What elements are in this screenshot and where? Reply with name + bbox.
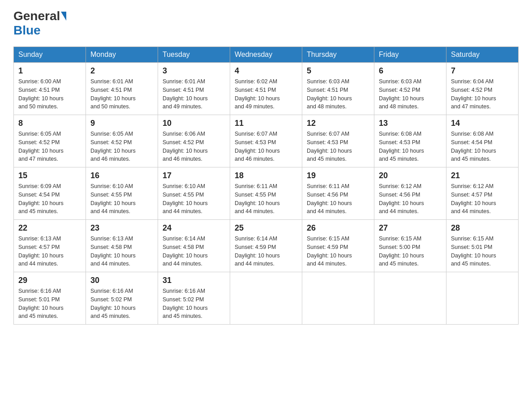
day-number: 9	[90, 119, 153, 128]
day-number: 11	[235, 119, 297, 128]
calendar-day-cell: 10 Sunrise: 6:06 AMSunset: 4:52 PMDaylig…	[158, 115, 230, 167]
day-number: 7	[451, 66, 514, 76]
calendar-day-cell: 20 Sunrise: 6:12 AMSunset: 4:56 PMDaylig…	[374, 167, 446, 220]
calendar-day-cell: 14 Sunrise: 6:08 AMSunset: 4:54 PMDaylig…	[446, 115, 519, 167]
calendar-week-row: 29 Sunrise: 6:16 AMSunset: 5:01 PMDaylig…	[14, 272, 519, 325]
calendar-day-cell: 15 Sunrise: 6:09 AMSunset: 4:54 PMDaylig…	[14, 167, 86, 220]
calendar-day-cell: 27 Sunrise: 6:15 AMSunset: 5:00 PMDaylig…	[374, 220, 446, 272]
day-number: 25	[235, 223, 297, 233]
calendar-week-row: 22 Sunrise: 6:13 AMSunset: 4:57 PMDaylig…	[14, 220, 519, 272]
day-number: 14	[451, 119, 514, 128]
day-info: Sunrise: 6:16 AMSunset: 5:02 PMDaylight:…	[163, 287, 225, 321]
day-info: Sunrise: 6:06 AMSunset: 4:52 PMDaylight:…	[163, 130, 225, 163]
calendar-day-cell: 12 Sunrise: 6:07 AMSunset: 4:53 PMDaylig…	[302, 115, 374, 167]
calendar-table: SundayMondayTuesdayWednesdayThursdayFrid…	[13, 47, 519, 325]
day-number: 12	[307, 119, 369, 128]
day-number: 13	[379, 119, 442, 128]
day-info: Sunrise: 6:14 AMSunset: 4:58 PMDaylight:…	[163, 235, 225, 268]
day-number: 5	[307, 66, 369, 76]
day-info: Sunrise: 6:07 AMSunset: 4:53 PMDaylight:…	[235, 130, 297, 163]
day-info: Sunrise: 6:01 AMSunset: 4:51 PMDaylight:…	[163, 77, 225, 111]
logo: General Blue	[13, 9, 67, 38]
weekday-header-monday: Monday	[86, 47, 158, 63]
day-info: Sunrise: 6:07 AMSunset: 4:53 PMDaylight:…	[307, 130, 369, 163]
day-info: Sunrise: 6:13 AMSunset: 4:58 PMDaylight:…	[90, 235, 153, 268]
day-info: Sunrise: 6:05 AMSunset: 4:52 PMDaylight:…	[18, 130, 81, 163]
calendar-day-cell: 8 Sunrise: 6:05 AMSunset: 4:52 PMDayligh…	[14, 115, 86, 167]
day-number: 8	[18, 119, 81, 128]
day-number: 22	[18, 223, 81, 233]
day-number: 3	[163, 66, 225, 76]
day-info: Sunrise: 6:10 AMSunset: 4:55 PMDaylight:…	[90, 182, 153, 216]
calendar-day-cell: 4 Sunrise: 6:02 AMSunset: 4:51 PMDayligh…	[230, 63, 302, 115]
day-info: Sunrise: 6:08 AMSunset: 4:54 PMDaylight:…	[451, 130, 514, 163]
day-number: 1	[18, 66, 81, 76]
day-number: 26	[307, 223, 369, 233]
calendar-day-cell: 2 Sunrise: 6:01 AMSunset: 4:51 PMDayligh…	[86, 63, 158, 115]
calendar-day-cell: 19 Sunrise: 6:11 AMSunset: 4:56 PMDaylig…	[302, 167, 374, 220]
day-info: Sunrise: 6:15 AMSunset: 5:01 PMDaylight:…	[451, 235, 514, 268]
day-info: Sunrise: 6:05 AMSunset: 4:52 PMDaylight:…	[90, 130, 153, 163]
day-info: Sunrise: 6:09 AMSunset: 4:54 PMDaylight:…	[18, 182, 81, 216]
empty-cell	[446, 272, 519, 325]
calendar-day-cell: 25 Sunrise: 6:14 AMSunset: 4:59 PMDaylig…	[230, 220, 302, 272]
day-number: 16	[90, 171, 153, 180]
day-info: Sunrise: 6:02 AMSunset: 4:51 PMDaylight:…	[235, 77, 297, 111]
day-number: 23	[90, 223, 153, 233]
calendar-day-cell: 1 Sunrise: 6:00 AMSunset: 4:51 PMDayligh…	[14, 63, 86, 115]
day-info: Sunrise: 6:13 AMSunset: 4:57 PMDaylight:…	[18, 235, 81, 268]
day-info: Sunrise: 6:15 AMSunset: 5:00 PMDaylight:…	[379, 235, 442, 268]
calendar-day-cell: 22 Sunrise: 6:13 AMSunset: 4:57 PMDaylig…	[14, 220, 86, 272]
calendar-day-cell: 30 Sunrise: 6:16 AMSunset: 5:02 PMDaylig…	[86, 272, 158, 325]
calendar-day-cell: 24 Sunrise: 6:14 AMSunset: 4:58 PMDaylig…	[158, 220, 230, 272]
day-number: 27	[379, 223, 442, 233]
day-number: 17	[163, 171, 225, 180]
day-number: 29	[18, 276, 81, 285]
weekday-header-row: SundayMondayTuesdayWednesdayThursdayFrid…	[14, 47, 519, 63]
day-number: 10	[163, 119, 225, 128]
calendar-day-cell: 9 Sunrise: 6:05 AMSunset: 4:52 PMDayligh…	[86, 115, 158, 167]
logo-blue-text: Blue	[13, 23, 41, 38]
empty-cell	[374, 272, 446, 325]
empty-cell	[230, 272, 302, 325]
calendar-day-cell: 7 Sunrise: 6:04 AMSunset: 4:52 PMDayligh…	[446, 63, 519, 115]
calendar-day-cell: 11 Sunrise: 6:07 AMSunset: 4:53 PMDaylig…	[230, 115, 302, 167]
calendar-day-cell: 21 Sunrise: 6:12 AMSunset: 4:57 PMDaylig…	[446, 167, 519, 220]
calendar-week-row: 8 Sunrise: 6:05 AMSunset: 4:52 PMDayligh…	[14, 115, 519, 167]
day-number: 31	[163, 276, 225, 285]
calendar-day-cell: 6 Sunrise: 6:03 AMSunset: 4:52 PMDayligh…	[374, 63, 446, 115]
day-number: 6	[379, 66, 442, 76]
day-info: Sunrise: 6:11 AMSunset: 4:55 PMDaylight:…	[235, 182, 297, 216]
weekday-header-wednesday: Wednesday	[230, 47, 302, 63]
calendar-day-cell: 13 Sunrise: 6:08 AMSunset: 4:53 PMDaylig…	[374, 115, 446, 167]
calendar-day-cell: 28 Sunrise: 6:15 AMSunset: 5:01 PMDaylig…	[446, 220, 519, 272]
day-info: Sunrise: 6:15 AMSunset: 4:59 PMDaylight:…	[307, 235, 369, 268]
day-info: Sunrise: 6:03 AMSunset: 4:51 PMDaylight:…	[307, 77, 369, 111]
day-number: 21	[451, 171, 514, 180]
calendar-week-row: 1 Sunrise: 6:00 AMSunset: 4:51 PMDayligh…	[14, 63, 519, 115]
day-info: Sunrise: 6:16 AMSunset: 5:01 PMDaylight:…	[18, 287, 81, 321]
logo-general-text: General	[13, 9, 60, 23]
calendar-day-cell: 31 Sunrise: 6:16 AMSunset: 5:02 PMDaylig…	[158, 272, 230, 325]
day-info: Sunrise: 6:16 AMSunset: 5:02 PMDaylight:…	[90, 287, 153, 321]
weekday-header-tuesday: Tuesday	[158, 47, 230, 63]
day-number: 2	[90, 66, 153, 76]
day-info: Sunrise: 6:10 AMSunset: 4:55 PMDaylight:…	[163, 182, 225, 216]
day-info: Sunrise: 6:01 AMSunset: 4:51 PMDaylight:…	[90, 77, 153, 111]
day-info: Sunrise: 6:12 AMSunset: 4:56 PMDaylight:…	[379, 182, 442, 216]
day-info: Sunrise: 6:04 AMSunset: 4:52 PMDaylight:…	[451, 77, 514, 111]
weekday-header-sunday: Sunday	[14, 47, 86, 63]
day-number: 15	[18, 171, 81, 180]
page-header: General Blue	[13, 9, 519, 38]
day-number: 18	[235, 171, 297, 180]
empty-cell	[302, 272, 374, 325]
day-info: Sunrise: 6:00 AMSunset: 4:51 PMDaylight:…	[18, 77, 81, 111]
logo-arrow-icon	[61, 12, 66, 21]
calendar-day-cell: 23 Sunrise: 6:13 AMSunset: 4:58 PMDaylig…	[86, 220, 158, 272]
weekday-header-friday: Friday	[374, 47, 446, 63]
day-number: 24	[163, 223, 225, 233]
day-info: Sunrise: 6:08 AMSunset: 4:53 PMDaylight:…	[379, 130, 442, 163]
weekday-header-saturday: Saturday	[446, 47, 519, 63]
day-number: 28	[451, 223, 514, 233]
day-info: Sunrise: 6:11 AMSunset: 4:56 PMDaylight:…	[307, 182, 369, 216]
